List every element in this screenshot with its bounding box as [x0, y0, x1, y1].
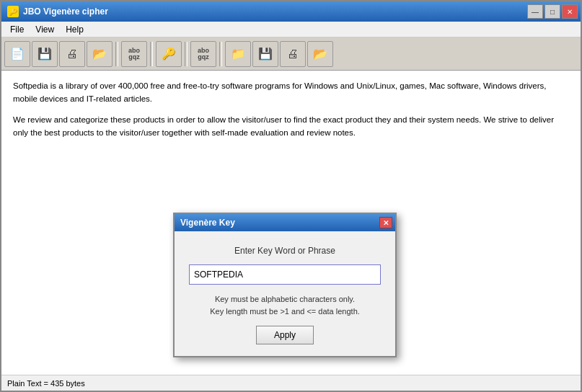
- status-bar: Plain Text = 435 bytes: [1, 375, 581, 391]
- toolbar-sep-2: [150, 42, 153, 66]
- toolbar-btn-text-plain[interactable]: abogqz: [121, 41, 147, 67]
- hint-line1: Key must be alphabetic characters only.: [215, 295, 355, 303]
- title-controls: — □ ✕: [527, 4, 578, 19]
- apply-button[interactable]: Apply: [256, 326, 314, 344]
- folder-open-icon: 📂: [92, 47, 107, 61]
- close-button[interactable]: ✕: [562, 4, 578, 19]
- window-title: JBO Vigenère cipher: [23, 6, 108, 17]
- minimize-button[interactable]: —: [527, 4, 543, 19]
- toolbar-btn-open2[interactable]: 📁: [225, 41, 251, 67]
- toolbar-btn-key[interactable]: 🔑: [156, 41, 182, 67]
- toolbar-btn-print[interactable]: 🖨: [59, 41, 85, 67]
- toolbar-btn-print2[interactable]: 🖨: [280, 41, 306, 67]
- key-input[interactable]: [189, 264, 381, 285]
- title-bar: 🔑 JBO Vigenère cipher — □ ✕: [1, 1, 581, 22]
- toolbar-sep-3: [185, 42, 188, 66]
- app-icon: 🔑: [7, 6, 19, 17]
- content-paragraph-2: We review and categorize these products …: [13, 113, 569, 140]
- toolbar: 📄 💾 🖨 📂 abogqz 🔑 abogqz 📁 💾 �: [1, 37, 581, 71]
- content-text: Softpedia is a library of over 400,000 f…: [13, 79, 569, 140]
- save2-icon: 💾: [258, 47, 273, 61]
- print-icon: 🖨: [66, 48, 78, 61]
- key-icon: 🔑: [162, 47, 176, 61]
- text-plain-icon: abogqz: [128, 48, 140, 61]
- content-paragraph-1: Softpedia is a library of over 400,000 f…: [13, 79, 569, 106]
- menu-bar: File View Help: [1, 22, 581, 37]
- toolbar-btn-text-encoded[interactable]: abogqz: [190, 41, 216, 67]
- folder2-icon: 📂: [313, 47, 327, 61]
- file-icon: 📄: [10, 47, 25, 61]
- dialog-content: Enter Key Word or Phrase Key must be alp…: [175, 231, 395, 356]
- dialog-hint: Key must be alphabetic characters only. …: [210, 293, 360, 317]
- toolbar-sep-4: [219, 42, 222, 66]
- vigenere-key-dialog: Vigenère Key ✕ Enter Key Word or Phrase …: [173, 213, 397, 357]
- toolbar-sep-1: [115, 42, 118, 66]
- status-text: Plain Text = 435 bytes: [7, 379, 85, 388]
- save-icon: 💾: [38, 47, 52, 61]
- folder-icon: 📁: [231, 47, 245, 61]
- hint-line2: Key length must be >1 and <= data length…: [210, 307, 360, 316]
- maximize-button[interactable]: □: [544, 4, 560, 19]
- menu-view[interactable]: View: [30, 23, 60, 36]
- menu-help[interactable]: Help: [60, 23, 89, 36]
- dialog-close-button[interactable]: ✕: [379, 217, 392, 228]
- toolbar-btn-open[interactable]: 📂: [87, 41, 113, 67]
- toolbar-btn-new[interactable]: 📄: [4, 41, 30, 67]
- toolbar-btn-save2[interactable]: 💾: [252, 41, 278, 67]
- dialog-prompt: Enter Key Word or Phrase: [234, 246, 335, 256]
- text-encoded-icon: abogqz: [198, 48, 209, 61]
- title-bar-left: 🔑 JBO Vigenère cipher: [7, 6, 108, 17]
- menu-file[interactable]: File: [4, 23, 30, 36]
- dialog-title: Vigenère Key: [180, 218, 235, 228]
- dialog-title-bar: Vigenère Key ✕: [175, 214, 395, 231]
- print2-icon: 🖨: [287, 48, 299, 61]
- toolbar-btn-folder2[interactable]: 📂: [307, 41, 333, 67]
- toolbar-btn-save[interactable]: 💾: [32, 41, 58, 67]
